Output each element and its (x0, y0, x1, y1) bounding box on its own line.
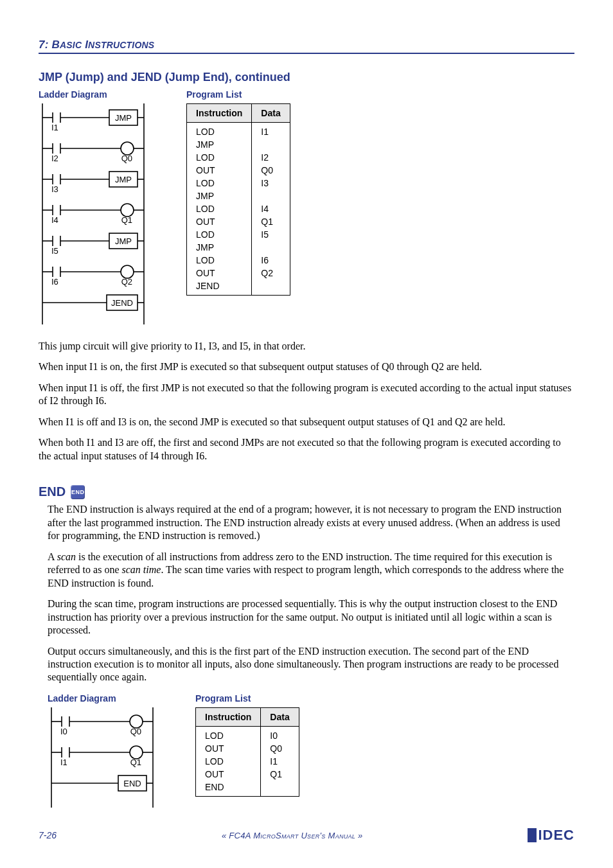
svg-text:JMP: JMP (115, 175, 132, 184)
chapter-title: BASIC INSTRUCTIONS (51, 39, 154, 51)
table-row: LODI0 (196, 726, 299, 742)
section-jmp-title: JMP (Jump) and JEND (Jump End), continue… (39, 71, 574, 84)
svg-text:Q1: Q1 (121, 215, 132, 225)
svg-text:Q0: Q0 (130, 727, 141, 736)
table-row: JMP (187, 190, 290, 202)
col-instruction: Instruction (196, 707, 261, 726)
table-row: JEND (187, 279, 290, 296)
body-paragraph: When I1 is off and I3 is on, the second … (39, 416, 574, 429)
ladder-svg-1: JMP I1 I2 Q0 (39, 103, 148, 324)
body-paragraph: This jump circuit will give priority to … (39, 340, 574, 353)
program-list-1: Program List Instruction Data LODI1 JMP … (186, 89, 290, 296)
table-row: LODI6 (187, 254, 290, 267)
svg-text:Q1: Q1 (130, 757, 141, 767)
table-row: OUTQ0 (196, 742, 299, 755)
col-data: Data (261, 707, 299, 726)
svg-text:I5: I5 (51, 246, 58, 256)
svg-text:JEND: JEND (111, 298, 133, 308)
svg-text:END: END (123, 779, 141, 788)
svg-text:Q2: Q2 (121, 277, 132, 287)
section-end-title: END (39, 484, 66, 499)
svg-text:JMP: JMP (115, 236, 132, 246)
svg-text:I3: I3 (51, 184, 58, 194)
svg-text:JMP: JMP (115, 113, 132, 123)
svg-text:I1: I1 (60, 757, 67, 767)
table-row: OUTQ0 (187, 164, 290, 177)
ladder-diagram-2: Ladder Diagram I0 Q0 (48, 693, 157, 808)
table-row: END (196, 781, 299, 797)
table-row: JMP (187, 241, 290, 254)
logo-box-icon (528, 828, 537, 842)
page-number: 7-26 (39, 830, 57, 840)
ladder-diagram-1: Ladder Diagram JMP (39, 89, 148, 324)
body-paragraph: When both I1 and I3 are off, the first a… (39, 436, 574, 463)
col-data: Data (252, 104, 290, 123)
table-row: OUTQ2 (187, 267, 290, 279)
table-row: LODI3 (187, 177, 290, 190)
ladder-diagram-label: Ladder Diagram (39, 89, 148, 100)
table-row: OUTQ1 (196, 768, 299, 781)
svg-point-46 (121, 265, 134, 278)
table-row: LODI5 (187, 228, 290, 241)
svg-text:I4: I4 (51, 215, 58, 225)
body-paragraph: The END instruction is always required a… (48, 503, 574, 542)
end-example-row: Ladder Diagram I0 Q0 (48, 693, 574, 808)
end-icon: END (71, 485, 85, 499)
page-footer: 7-26 « FC4A MicroSmart User's Manual » I… (39, 827, 574, 844)
svg-point-14 (121, 142, 134, 155)
svg-text:I2: I2 (51, 154, 58, 163)
body-paragraph: Output occurs simultaneously, and this i… (48, 645, 574, 684)
body-paragraph: When input I1 is on, the first JMP is ex… (39, 360, 574, 373)
chapter-number: 7: (39, 39, 49, 51)
ladder-svg-2: I0 Q0 I1 Q1 (48, 707, 157, 808)
body-paragraph: When input I1 is off, the first JMP is n… (39, 382, 574, 408)
svg-text:I0: I0 (60, 727, 67, 736)
table-row: OUTQ1 (187, 215, 290, 228)
svg-text:I1: I1 (51, 123, 58, 132)
svg-point-60 (130, 715, 143, 728)
col-instruction: Instruction (187, 104, 252, 123)
body-paragraph: A scan is the execution of all instructi… (48, 551, 574, 590)
table-row: JMP (187, 138, 290, 151)
idec-logo: IDEC (528, 827, 574, 844)
program-list-label: Program List (186, 89, 290, 100)
section-end-heading: END END (39, 484, 574, 499)
svg-text:I6: I6 (51, 277, 58, 287)
table-row: LODI1 (187, 123, 290, 139)
jmp-example-row: Ladder Diagram JMP (39, 89, 574, 324)
program-list-table-2: Instruction Data LODI0 OUTQ0 LODI1 OUTQ1… (195, 707, 299, 797)
svg-point-68 (130, 746, 143, 759)
body-paragraph: During the scan time, program instructio… (48, 598, 574, 637)
svg-point-30 (121, 204, 134, 217)
chapter-header: 7: BASIC INSTRUCTIONS (39, 39, 574, 54)
table-row: LODI2 (187, 151, 290, 164)
program-list-label: Program List (195, 693, 299, 704)
table-row: LODI1 (196, 755, 299, 768)
program-list-table-1: Instruction Data LODI1 JMP LODI2 OUTQ0 L… (186, 103, 290, 296)
ladder-diagram-label: Ladder Diagram (48, 693, 157, 704)
manual-title: « FC4A MicroSmart User's Manual » (222, 831, 363, 840)
svg-text:Q0: Q0 (121, 154, 132, 163)
program-list-2: Program List Instruction Data LODI0 OUTQ… (195, 693, 299, 797)
table-row: LODI4 (187, 202, 290, 215)
logo-text: IDEC (538, 827, 574, 844)
